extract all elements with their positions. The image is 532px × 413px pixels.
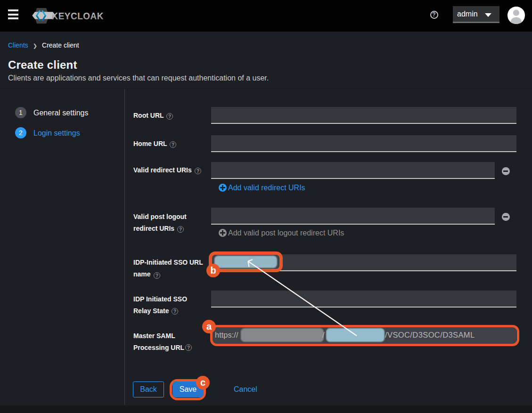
svg-text:KEYCLOAK: KEYCLOAK [52, 10, 104, 21]
